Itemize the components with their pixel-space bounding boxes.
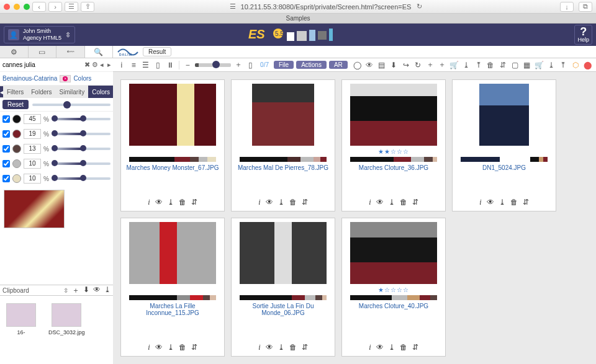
- result-card[interactable]: ★☆☆☆☆Marches Cloture_40.JPGi👁⤓🗑⇵: [341, 218, 446, 357]
- subtab-colors[interactable]: Colors: [88, 86, 114, 98]
- result-card[interactable]: DN1_5024.JPGi👁⤓🗑⇵: [452, 79, 556, 211]
- info-icon[interactable]: i: [258, 198, 260, 207]
- zoom-out-icon[interactable]: −: [183, 60, 192, 70]
- result-tab[interactable]: Result: [143, 47, 171, 56]
- view-icon[interactable]: 👁: [155, 198, 163, 207]
- new-doc-icon[interactable]: ▯: [246, 60, 256, 70]
- share-icon[interactable]: ↪: [401, 60, 411, 70]
- card-filename[interactable]: Marches Cloture_40.JPG: [359, 303, 428, 309]
- info-icon[interactable]: i: [369, 198, 371, 207]
- zoom-in-icon[interactable]: ＋: [233, 60, 243, 70]
- export-icon[interactable]: ⤓: [461, 60, 471, 70]
- pause-icon[interactable]: ⏸: [165, 60, 175, 70]
- search-settings-icon[interactable]: ⚙: [91, 60, 99, 70]
- back-button[interactable]: ‹: [32, 2, 46, 12]
- color-value-input[interactable]: 13: [24, 144, 41, 154]
- color-filter-chip[interactable]: ×: [60, 75, 71, 82]
- delete-icon[interactable]: 🗑: [179, 198, 186, 207]
- download-icon[interactable]: ⤓: [168, 343, 174, 352]
- card-thumbnail[interactable]: [240, 222, 327, 284]
- clear-search-icon[interactable]: ✖: [84, 60, 91, 70]
- browser-tab[interactable]: Samples: [286, 15, 310, 22]
- delete-icon[interactable]: 🗑: [289, 343, 297, 352]
- select-all-icon[interactable]: ◯: [353, 60, 363, 70]
- forward-button[interactable]: ›: [48, 2, 62, 12]
- zoom-window-button[interactable]: [24, 4, 30, 10]
- color-range-slider[interactable]: [52, 162, 111, 165]
- compare-icon[interactable]: ⇵: [412, 343, 418, 352]
- download-icon[interactable]: ⤓: [278, 198, 284, 207]
- tab-link[interactable]: ⬳: [56, 46, 85, 58]
- compare-icon[interactable]: ⇵: [412, 198, 418, 207]
- minimize-window-button[interactable]: [14, 4, 20, 10]
- compare-icon[interactable]: ⇵: [191, 343, 197, 352]
- preview-thumbnail[interactable]: [4, 190, 65, 228]
- clipboard-item[interactable]: DSC_3032.jpg: [48, 303, 85, 359]
- delete-icon[interactable]: 🗑: [400, 198, 407, 207]
- warning-icon[interactable]: ⬡: [571, 60, 580, 70]
- user-chip[interactable]: 👤 John Smith Agency HTML5 ⇳: [4, 26, 75, 43]
- color-row-checkbox[interactable]: [2, 130, 10, 138]
- info-icon[interactable]: i: [258, 343, 260, 352]
- tab-search[interactable]: 🔍: [85, 46, 114, 58]
- filter-chip[interactable]: Benainous-Catarina: [2, 75, 57, 82]
- color-swatch-icon[interactable]: [12, 130, 21, 138]
- color-swatch-icon[interactable]: [12, 174, 21, 183]
- next-icon[interactable]: ▸: [106, 60, 113, 70]
- clipboard-download-icon[interactable]: ⬇: [83, 285, 89, 296]
- view-icon[interactable]: 👁: [376, 343, 384, 352]
- color-value-input[interactable]: 10: [24, 174, 41, 184]
- view-column-icon[interactable]: ☰: [141, 60, 151, 70]
- cart-icon[interactable]: 🛒: [449, 60, 459, 70]
- subtab-filters[interactable]: Filters: [3, 86, 27, 98]
- grid-icon[interactable]: ▦: [522, 60, 532, 70]
- file-menu[interactable]: File: [274, 61, 294, 69]
- download-icon[interactable]: ⬇: [389, 60, 399, 70]
- square-icon[interactable]: ▢: [510, 60, 520, 70]
- card-filename[interactable]: Marches Cloture_36.JPG: [359, 164, 428, 171]
- reload-icon[interactable]: ↻: [415, 2, 423, 11]
- add2-icon[interactable]: ＋: [437, 60, 447, 70]
- reset-button[interactable]: Reset: [2, 100, 29, 109]
- rating-stars[interactable]: ★☆☆☆☆: [378, 286, 409, 293]
- clipboard-item[interactable]: 16-: [6, 303, 36, 359]
- delete-icon[interactable]: 🗑: [179, 343, 186, 352]
- download-icon[interactable]: ⤓: [278, 343, 284, 352]
- color-swatch-icon[interactable]: [12, 115, 21, 123]
- compare-icon[interactable]: ⇵: [302, 343, 308, 352]
- delete-icon[interactable]: 🗑: [510, 198, 518, 207]
- color-row-checkbox[interactable]: [2, 115, 10, 123]
- view-icon[interactable]: 👁: [266, 198, 273, 207]
- share-button[interactable]: ⇪: [81, 2, 94, 12]
- card-thumbnail[interactable]: [252, 84, 314, 146]
- address-url[interactable]: 10.211.55.3:8080/Esprit/private/Screen.h…: [241, 3, 412, 11]
- color-swatch-icon[interactable]: [12, 159, 21, 168]
- clipboard-export-icon[interactable]: ⤓: [104, 285, 111, 296]
- clipboard-dropdown-icon[interactable]: ⇳: [63, 287, 68, 294]
- card-thumbnail[interactable]: [129, 222, 216, 284]
- add-icon[interactable]: ＋: [425, 60, 435, 70]
- card-filename[interactable]: DN1_5024.JPG: [482, 164, 526, 171]
- levels-icon[interactable]: ⇵: [498, 60, 508, 70]
- download-icon[interactable]: ⤓: [389, 198, 395, 207]
- card-thumbnail[interactable]: [479, 84, 529, 146]
- result-card[interactable]: Marches Mal De Pierres_78.JPGi👁⤓🗑⇵: [231, 79, 335, 211]
- result-card[interactable]: Marches La Fille Inconnue_115.JPGi👁⤓🗑⇵: [120, 218, 225, 357]
- sidebar-toggle[interactable]: ☰: [65, 2, 78, 12]
- card-thumbnail[interactable]: [350, 84, 437, 146]
- delete-icon[interactable]: 🗑: [289, 198, 297, 207]
- card-filename[interactable]: Marches Money Monster_67.JPG: [127, 164, 219, 171]
- close-window-button[interactable]: [4, 4, 10, 10]
- actions-menu[interactable]: Actions: [296, 61, 327, 69]
- view-icon[interactable]: 👁: [487, 198, 494, 207]
- color-value-input[interactable]: 10: [24, 159, 41, 169]
- color-value-input[interactable]: 45: [24, 114, 41, 124]
- view-list-icon[interactable]: ≡: [129, 60, 139, 70]
- info-icon[interactable]: i: [369, 343, 371, 352]
- zoom-slider[interactable]: [195, 63, 231, 67]
- download-icon[interactable]: ⤓: [499, 198, 505, 207]
- result-card[interactable]: ★★☆☆☆Marches Cloture_36.JPGi👁⤓🗑⇵: [341, 79, 446, 211]
- downloads-button[interactable]: ↓: [560, 2, 574, 12]
- tabs-button[interactable]: ⧉: [579, 2, 592, 12]
- download-icon[interactable]: ⤓: [168, 198, 174, 207]
